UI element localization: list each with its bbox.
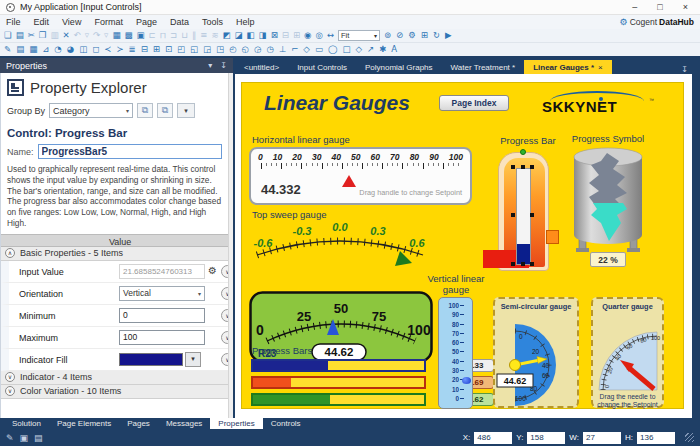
page-tab[interactable]: Water Treatment * xyxy=(442,60,525,74)
menu-item[interactable]: View xyxy=(62,17,81,27)
color-dropdown-button[interactable]: ▾ xyxy=(185,352,201,367)
section-basic-properties[interactable]: ∧ Basic Properties - 5 Items xyxy=(1,247,228,261)
toolbar-icon[interactable]: □ xyxy=(342,45,350,54)
docked-tab[interactable]: Solution xyxy=(4,418,49,429)
toolbar-icon[interactable]: ⊿ xyxy=(42,45,49,54)
toolbar-icon[interactable]: ⊞ xyxy=(421,31,428,40)
toolbar-icon[interactable]: ✎ xyxy=(4,45,11,54)
layers-icon-button[interactable]: ⧉ xyxy=(157,103,173,118)
page-tab[interactable]: <untitled> xyxy=(235,60,288,74)
sweep-pointer[interactable] xyxy=(395,251,412,266)
toolbar-icon[interactable]: ⊥ xyxy=(279,45,286,54)
menu-item[interactable]: Edit xyxy=(34,17,50,27)
toolbar-icon[interactable]: ◷ xyxy=(266,45,273,54)
page-tab[interactable]: Input Controls xyxy=(288,60,356,74)
toolbar-icon[interactable]: ⚙ xyxy=(408,31,416,40)
top-sweep-gauge[interactable]: -0.6 -0.3 0.0 0.3 0.6 xyxy=(249,221,431,273)
selection-handle[interactable] xyxy=(521,165,525,169)
expand-button[interactable]: ∨ xyxy=(221,331,228,344)
toolbar-icon[interactable]: ◪ xyxy=(235,31,243,40)
docked-tab[interactable]: Pages xyxy=(119,418,158,429)
toolbar-icon[interactable]: ▦ xyxy=(29,45,37,54)
toolbar-icon[interactable]: ◕ xyxy=(67,45,74,54)
toolbar-icon[interactable]: ▤ xyxy=(16,45,24,54)
toolbar-icon[interactable]: ≻ xyxy=(116,45,123,54)
selection-handle[interactable] xyxy=(530,262,534,266)
menu-item[interactable]: File xyxy=(6,17,21,27)
tank-symbol[interactable] xyxy=(567,145,651,255)
menu-item[interactable]: Help xyxy=(236,17,255,27)
toolbar-icon[interactable]: ◲ xyxy=(203,45,211,54)
toolbar-icon[interactable]: ◵ xyxy=(242,45,249,54)
toolbar-icon[interactable]: ◴ xyxy=(229,45,236,54)
toolbar-icon[interactable]: ≋ xyxy=(211,31,218,40)
menu-item[interactable]: Tools xyxy=(202,17,223,27)
horizontal-linear-gauge[interactable]: 0102030405060708090100 44.332 Drag handl… xyxy=(249,147,472,205)
toolbar-icon[interactable]: ⊟ xyxy=(282,31,289,40)
toolbar-icon[interactable]: ▥ xyxy=(50,31,58,40)
y-input[interactable] xyxy=(527,432,565,444)
vertical-linear-gauge[interactable]: 100 90 80 70 60 xyxy=(438,297,473,409)
quarter-gauge[interactable]: 0 20 40 60 80 100 xyxy=(595,312,664,394)
toolbar-icon[interactable]: ▿ xyxy=(104,31,108,40)
selection-handle[interactable] xyxy=(530,165,534,169)
menu-item[interactable]: Data xyxy=(170,17,189,27)
toolbar-icon[interactable]: ▣ xyxy=(136,31,144,40)
page-index-button[interactable]: Page Index xyxy=(439,95,509,111)
toolbar-icon[interactable]: ❏ xyxy=(4,31,12,40)
toolbar-icon[interactable]: ▩ xyxy=(124,31,132,40)
toolbar-icon[interactable]: ◱ xyxy=(190,45,198,54)
setpoint-handle[interactable] xyxy=(342,175,356,187)
docked-tab[interactable]: Page Elements xyxy=(49,418,119,429)
toolbar-icon[interactable]: ⊔ xyxy=(181,31,188,40)
toolbar-icon[interactable]: ⊐ xyxy=(170,31,177,40)
toolbar-icon[interactable]: ◨ xyxy=(259,31,267,40)
vgauge-indicator-ball[interactable] xyxy=(462,377,471,384)
selection-handle[interactable] xyxy=(511,262,515,266)
toolbar-icon[interactable]: ⊟ xyxy=(141,45,148,54)
status-icon[interactable]: ▤ xyxy=(34,433,43,443)
toolbar-icon[interactable]: ▶ xyxy=(445,31,452,40)
toolbar-icon[interactable]: ⌐ xyxy=(291,45,298,54)
toolbar-icon[interactable]: ≡ xyxy=(200,31,207,40)
close-button[interactable]: × xyxy=(683,3,688,12)
dropdown-button[interactable]: ▾ xyxy=(177,103,195,118)
section-indicator[interactable]: ∨ Indicator - 4 Items xyxy=(1,371,228,385)
toolbar-icon[interactable]: ◔ xyxy=(54,45,61,54)
toolbar-icon[interactable]: ⊞ xyxy=(153,45,160,54)
maximize-button[interactable]: □ xyxy=(657,3,662,12)
x-input[interactable] xyxy=(474,432,512,444)
toolbar-icon[interactable]: ∥ xyxy=(192,31,196,40)
toolbar-icon[interactable]: ◩ xyxy=(223,31,231,40)
minimum-input[interactable]: 0 xyxy=(119,308,205,323)
docked-tab[interactable]: Controls xyxy=(263,418,309,429)
toolbar-icon[interactable]: ⊠ xyxy=(271,31,278,40)
gear-icon[interactable]: ⚙ xyxy=(208,266,217,276)
rotation-handle[interactable] xyxy=(520,149,526,155)
expand-button[interactable]: ∨ xyxy=(221,309,228,322)
menu-item[interactable]: Format xyxy=(94,17,123,27)
expand-button[interactable]: ∨ xyxy=(221,353,228,366)
toolbar-icon[interactable]: ◰ xyxy=(177,45,185,54)
tab-close-icon[interactable]: × xyxy=(598,63,603,72)
docked-tab-active[interactable]: Properties xyxy=(210,418,262,429)
orientation-select[interactable]: Vertical ▾ xyxy=(119,286,205,301)
toolbar-icon[interactable]: ⊏ xyxy=(148,31,155,40)
toolbar-icon[interactable]: ◇ xyxy=(303,45,310,54)
selection-handle[interactable] xyxy=(521,262,525,266)
toolbar-icon[interactable]: ✂ xyxy=(28,31,35,40)
w-input[interactable] xyxy=(583,432,621,444)
toolbar-icon[interactable]: ↻ xyxy=(433,31,440,40)
toolbar-icon[interactable]: ⊘ xyxy=(396,31,403,40)
toolbar-icon[interactable]: ◎ xyxy=(315,31,322,40)
selection-handle[interactable] xyxy=(511,165,515,169)
toolbar-icon[interactable]: ↔ xyxy=(327,31,334,40)
resize-grip[interactable] xyxy=(685,433,694,442)
group-by-select[interactable]: Category ▾ xyxy=(49,103,133,118)
status-icon[interactable]: ✎ xyxy=(6,433,14,443)
toolbar-icon[interactable]: ❐ xyxy=(39,31,47,40)
maximum-input[interactable]: 100 xyxy=(119,330,205,345)
h-input[interactable] xyxy=(637,432,675,444)
page-tab-active[interactable]: Linear Gauges * × xyxy=(524,60,612,74)
toolbar-icon[interactable]: ⊚ xyxy=(384,31,391,40)
